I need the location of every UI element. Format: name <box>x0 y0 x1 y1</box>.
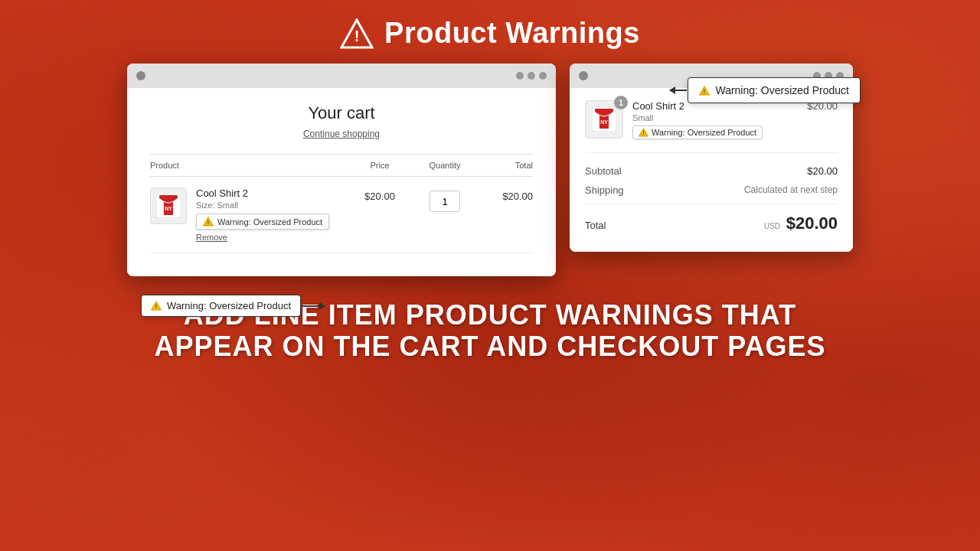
screenshots-container: ! Warning: Oversized Product Your cart <box>127 64 853 276</box>
cart-remove-link[interactable]: Remove <box>196 233 349 242</box>
cart-content: Your cart Continue shopping Product Pric… <box>127 88 556 276</box>
cart-title: Your cart <box>150 103 533 123</box>
cart-warning-icon: ! <box>203 217 214 227</box>
checkout-total-row: Total USD $20.00 <box>585 204 838 233</box>
total-label: Total <box>585 220 606 231</box>
shirt-icon: NY <box>156 194 181 218</box>
checkout-content: NY 1 Cool Shirt 2 Small <box>570 88 853 252</box>
callout-left-arrow <box>302 305 325 307</box>
total-value: $20.00 <box>786 214 838 233</box>
checkout-item: NY 1 Cool Shirt 2 Small <box>585 100 838 153</box>
page-header: ! Product Warnings <box>340 0 640 64</box>
titlebar-dot-r2 <box>528 72 535 80</box>
svg-text:!: ! <box>354 28 360 44</box>
usd-label: USD <box>764 222 780 230</box>
cart-item: NY Cool Shirt 2 Size: Small ! <box>150 177 533 253</box>
subtotal-label: Subtotal <box>585 165 622 177</box>
cart-item-image: NY <box>150 187 187 224</box>
cart-window-wrap: Your cart Continue shopping Product Pric… <box>127 64 556 276</box>
callout-left-text: Warning: Oversized Product <box>167 300 291 311</box>
titlebar-dot-1 <box>136 71 145 80</box>
titlebar-dot-r1 <box>516 72 524 80</box>
svg-text:!: ! <box>642 130 644 135</box>
quantity-input[interactable] <box>430 191 460 212</box>
checkout-shipping-row: Shipping Calculated at next step <box>585 184 838 196</box>
checkout-warning-icon: ! <box>639 128 648 137</box>
checkout-shirt-icon: NY <box>592 107 616 132</box>
checkout-callout-wrap: ! Warning: Oversized Product <box>688 77 861 103</box>
col-header-total: Total <box>479 161 533 170</box>
col-header-price: Price <box>349 161 410 170</box>
svg-text:NY: NY <box>600 119 608 125</box>
titlebar-controls-right <box>516 72 547 80</box>
checkout-callout-tooltip: ! Warning: Oversized Product <box>688 77 861 103</box>
svg-text:!: ! <box>704 89 705 94</box>
checkout-callout-arrow <box>670 90 687 91</box>
cart-item-name: Cool Shirt 2 <box>196 187 349 199</box>
shipping-label: Shipping <box>585 184 624 196</box>
svg-text:NY: NY <box>165 206 172 211</box>
shipping-value: Calculated at next step <box>744 184 838 196</box>
cart-item-price: $20.00 <box>349 187 410 202</box>
subtotal-value: $20.00 <box>807 165 838 177</box>
cart-item-warning-badge: ! Warning: Oversized Product <box>196 214 329 230</box>
checkout-window-wrap: ! Warning: Oversized Product <box>570 64 853 252</box>
cart-item-total: $20.00 <box>479 187 533 202</box>
cart-item-variant: Size: Small <box>196 201 349 210</box>
cart-item-quantity <box>410 187 479 212</box>
callout-left-icon: ! <box>151 301 162 311</box>
svg-text:!: ! <box>207 220 209 225</box>
cart-warning-text: Warning: Oversized Product <box>217 217 322 227</box>
cart-browser-window: Your cart Continue shopping Product Pric… <box>127 64 556 276</box>
checkout-titlebar-dot <box>579 71 588 80</box>
callout-left-tooltip: ! Warning: Oversized Product <box>141 295 301 317</box>
checkout-callout-icon: ! <box>699 86 710 96</box>
total-amount-wrap: USD $20.00 <box>764 214 838 233</box>
checkout-callout-text: Warning: Oversized Product <box>715 84 849 96</box>
col-header-quantity: Quantity <box>410 161 479 170</box>
cart-item-details: Cool Shirt 2 Size: Small ! Warning: Over… <box>196 187 349 242</box>
page-title: Product Warnings <box>384 17 640 50</box>
checkout-item-variant: Small <box>632 113 807 122</box>
checkout-item-badge: 1 <box>614 96 628 109</box>
cart-table-header: Product Price Quantity Total <box>150 154 533 177</box>
checkout-item-img-wrap: NY 1 <box>585 100 623 139</box>
checkout-item-warning: ! Warning: Oversized Product <box>632 126 763 139</box>
checkout-subtotal-row: Subtotal $20.00 <box>585 165 838 177</box>
titlebar-dot-r3 <box>539 72 547 80</box>
continue-shopping-link[interactable]: Continue shopping <box>303 129 380 139</box>
svg-rect-3 <box>159 195 178 198</box>
svg-rect-8 <box>595 109 613 112</box>
checkout-item-details: Cool Shirt 2 Small ! Warning: Oversized … <box>632 100 807 140</box>
warning-icon-large: ! <box>340 18 374 49</box>
svg-text:!: ! <box>155 304 157 309</box>
col-header-product: Product <box>150 161 349 170</box>
checkout-warning-text: Warning: Oversized Product <box>652 128 756 137</box>
continue-shopping-wrap: Continue shopping <box>150 126 533 140</box>
cart-titlebar <box>127 64 556 88</box>
